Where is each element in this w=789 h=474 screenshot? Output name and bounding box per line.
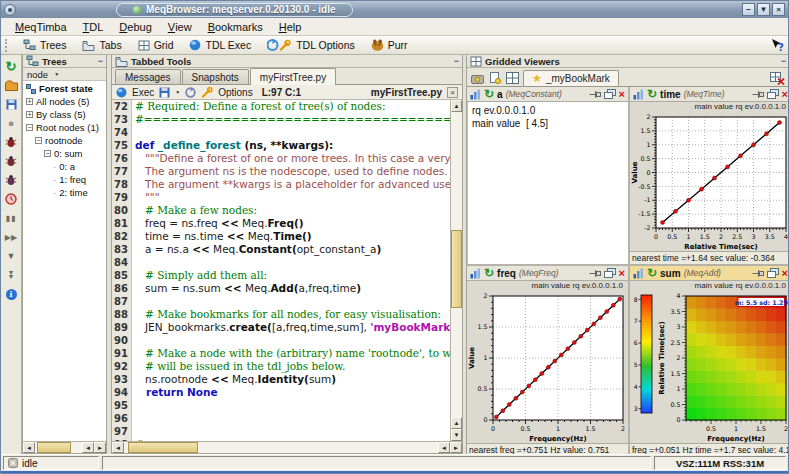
freq-viewer-header[interactable]: ↻ freq (MeqFreq) × bbox=[467, 266, 628, 281]
tree-item-rootnode[interactable]: −rootnode bbox=[23, 134, 106, 147]
pin-icon[interactable] bbox=[752, 90, 764, 99]
menu-bookmarks[interactable]: Bookmarks bbox=[200, 18, 271, 35]
toolbar-grid[interactable]: Grid bbox=[130, 37, 182, 54]
tree-item-2-time[interactable]: ·2: time bbox=[23, 186, 106, 199]
record-icon[interactable]: ● bbox=[3, 115, 20, 131]
refresh-icon[interactable]: ↻ bbox=[484, 267, 494, 279]
time-viewer-header[interactable]: ↻ time (MeqTime) × bbox=[630, 87, 789, 102]
toolbar-tdl-exec[interactable]: TDL Exec bbox=[181, 37, 259, 54]
pin-icon[interactable] bbox=[589, 90, 601, 99]
exec-button[interactable]: Exec bbox=[132, 87, 154, 98]
toolbar-purr[interactable]: Purr bbox=[363, 37, 416, 54]
scroll-right-button[interactable]: ► bbox=[450, 442, 462, 453]
editor-hscrollbar[interactable]: ◄ ◄ ► bbox=[112, 441, 462, 453]
save-dropdown-icon[interactable]: ▼ bbox=[175, 89, 180, 95]
tab-snapshots[interactable]: Snapshots bbox=[182, 69, 249, 84]
sync-icon[interactable]: ↻ bbox=[3, 58, 20, 74]
scroll-left-button[interactable]: ◄ bbox=[112, 442, 124, 453]
scroll-thumb[interactable] bbox=[128, 442, 198, 453]
folder-icon[interactable] bbox=[3, 77, 20, 93]
bug3-icon[interactable] bbox=[3, 172, 20, 188]
options-icon[interactable] bbox=[201, 87, 213, 98]
menu-help[interactable]: Help bbox=[271, 18, 310, 35]
menu-debug[interactable]: Debug bbox=[111, 18, 159, 35]
tree-item-forest-state[interactable]: Forest state bbox=[23, 82, 106, 95]
tab-myfirsttree-py[interactable]: myFirstTree.py bbox=[250, 68, 336, 85]
scroll-down-button[interactable]: ▼ bbox=[451, 429, 462, 441]
tree-item-0-sum[interactable]: −0: sum bbox=[23, 147, 106, 160]
clock-icon[interactable] bbox=[3, 191, 20, 207]
tree-item-all-nodes-5-[interactable]: +All nodes (5) bbox=[23, 95, 106, 108]
editor-vscrollbar[interactable]: ▲ ▲ ▼ bbox=[450, 100, 462, 441]
trees-minimize-button[interactable]: − bbox=[98, 56, 103, 66]
node-combo[interactable]: node ▼ bbox=[23, 68, 106, 81]
close-icon[interactable]: × bbox=[619, 89, 625, 100]
double-down-icon[interactable]: ▼▼ bbox=[3, 267, 20, 283]
reload-icon[interactable] bbox=[185, 87, 196, 98]
menu-tdl[interactable]: TDL bbox=[75, 18, 112, 35]
close-button[interactable]: × bbox=[772, 3, 785, 16]
tree-expander-icon[interactable]: − bbox=[44, 150, 51, 157]
refresh-icon[interactable]: ↻ bbox=[484, 88, 494, 100]
float-icon[interactable] bbox=[767, 89, 779, 99]
gridded-viewers-minimize-button[interactable]: − bbox=[781, 56, 786, 66]
menu-meqtimba[interactable]: MeqTimba bbox=[7, 18, 75, 35]
tab-messages[interactable]: Messages bbox=[115, 69, 181, 84]
float-icon[interactable] bbox=[767, 268, 779, 278]
new-page-icon[interactable] bbox=[488, 70, 502, 86]
whats-this-icon[interactable]: ? bbox=[770, 38, 784, 53]
refresh-icon[interactable]: ↻ bbox=[647, 88, 657, 100]
a-viewer-header[interactable]: ↻ a (MeqConstant) × bbox=[467, 87, 628, 102]
pin-icon[interactable] bbox=[589, 269, 601, 278]
toolbar-tdl-options[interactable]: TDL Options bbox=[259, 37, 363, 54]
forward-icon[interactable]: ▶▶ bbox=[3, 229, 20, 245]
close-icon[interactable]: × bbox=[619, 268, 625, 279]
tabbed-tools-minimize-button[interactable]: − bbox=[454, 56, 459, 66]
code-editor[interactable]: 72# Required: Define a forest of tree(s)… bbox=[112, 100, 450, 441]
editor-close-button[interactable]: × bbox=[447, 87, 458, 98]
scroll-thumb[interactable] bbox=[37, 442, 71, 453]
down-icon[interactable]: ▼ bbox=[3, 248, 20, 264]
tree-item-1-freq[interactable]: ·1: freq bbox=[23, 173, 106, 186]
toolbar-handle[interactable] bbox=[5, 39, 10, 52]
scroll-left-button[interactable]: ◄ bbox=[82, 442, 94, 453]
window-menu-button[interactable] bbox=[4, 4, 16, 16]
info-icon[interactable]: i bbox=[3, 286, 20, 302]
sum-viewer-header[interactable]: ↻ sum (MeqAdd) × bbox=[630, 266, 789, 281]
float-icon[interactable] bbox=[604, 89, 616, 99]
tree-expander-icon[interactable]: − bbox=[26, 124, 33, 131]
scroll-up-button[interactable]: ▲ bbox=[451, 417, 462, 429]
refresh-icon[interactable]: ↻ bbox=[647, 267, 657, 279]
pause-icon[interactable]: ▮▮ bbox=[3, 210, 20, 226]
scroll-right-button[interactable]: ► bbox=[94, 442, 106, 453]
save-icon[interactable] bbox=[159, 87, 170, 98]
tree-item-by-class-5-[interactable]: +By class (5) bbox=[23, 108, 106, 121]
options-button[interactable]: Options bbox=[218, 87, 252, 98]
shade-button[interactable]: ▼ bbox=[757, 3, 770, 16]
scroll-up-button[interactable]: ▲ bbox=[451, 100, 462, 112]
float-icon[interactable] bbox=[604, 268, 616, 278]
pin-icon[interactable] bbox=[752, 269, 764, 278]
titlebar[interactable]: MeqBrowser: meqserver.0.20130.0 - idle −… bbox=[1, 1, 788, 18]
clear-grid-icon[interactable] bbox=[769, 70, 786, 86]
scroll-left-button[interactable]: ◄ bbox=[438, 442, 450, 453]
menu-view[interactable]: View bbox=[160, 18, 200, 35]
a-value-view[interactable]: rq ev.0.0.0.1.0main value [ 4.5] bbox=[467, 102, 628, 264]
tree-expander-icon[interactable]: − bbox=[35, 137, 42, 144]
sum-heatmap[interactable]: 0.511.5200.511.522.533.54Frequency(Hz)Re… bbox=[630, 291, 789, 443]
toolbar-trees[interactable]: Trees bbox=[15, 37, 74, 54]
minimize-button[interactable]: − bbox=[742, 3, 755, 16]
freq-plot[interactable]: 00.511.5200.511.52Frequency(Hz)Value bbox=[467, 291, 628, 443]
trees-hscrollbar[interactable]: ◄ ◄ ► bbox=[23, 441, 106, 453]
grid-layout-icon[interactable] bbox=[505, 70, 520, 86]
close-icon[interactable]: × bbox=[782, 89, 788, 100]
scroll-thumb[interactable] bbox=[451, 230, 462, 308]
bookmark-tab[interactable]: ★ _myBookMark bbox=[523, 70, 619, 86]
tree-expander-icon[interactable]: + bbox=[26, 111, 33, 118]
tree-item-0-a[interactable]: ·0: a bbox=[23, 160, 106, 173]
tree-item-root-nodes-1-[interactable]: −Root nodes (1) bbox=[23, 121, 106, 134]
scroll-left-button[interactable]: ◄ bbox=[23, 442, 35, 453]
bug2-icon[interactable] bbox=[3, 153, 20, 169]
save-icon[interactable] bbox=[3, 96, 20, 112]
bug1-icon[interactable] bbox=[3, 134, 20, 150]
